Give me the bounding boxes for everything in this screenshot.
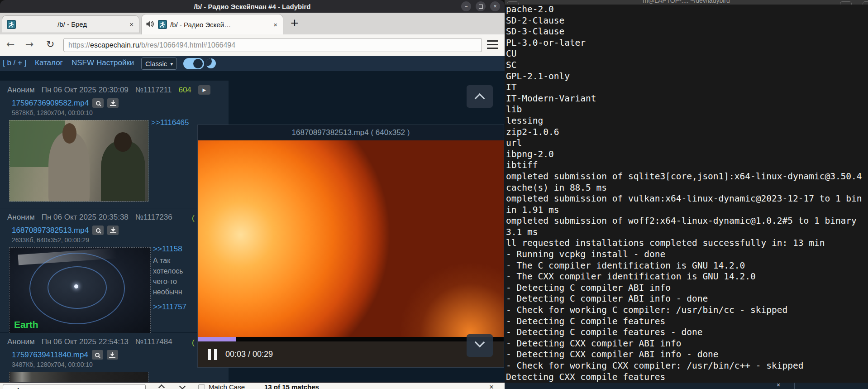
terminal-line: - Detecting C compile features [506,316,868,327]
terminal-line: zip2-1.0.6 [506,127,868,138]
play-thread-button[interactable]: ▶ [198,85,210,95]
tab-bred[interactable]: /b/ - Бред × [2,15,139,33]
terminal-line: - Detecting C compiler ABI info [506,283,868,294]
download-file-button[interactable] [107,226,119,235]
nav-link-settings[interactable]: Настройки [96,58,134,67]
terminal-close-icon[interactable]: × [777,381,780,389]
file-row: 16870897382513.mp4 [12,226,229,235]
search-file-button[interactable] [92,98,104,108]
terminal-line: SD-2-Clause [506,15,868,27]
terminal-line: ompleted submission of vulkan:x64-linux-… [506,193,868,205]
post-thumbnail[interactable] [9,120,148,202]
terminal-line: pache-2.0 [506,4,868,15]
tab-label: /b/ - Бред [16,20,129,28]
match-case-label[interactable]: Match Case [209,383,245,389]
scroll-down-button[interactable] [467,334,493,357]
board-breadcrumb[interactable]: [ b / + ] [3,58,26,67]
url-path: /b/res/1066494.html#1066494 [139,41,236,49]
nav-link-nsfw[interactable]: NSFW [72,58,94,67]
terminal-line: PL-3.0-or-later [506,38,868,49]
terminal-line: ompleted submission of sqlite3[core,json… [506,171,868,182]
maximize-icon [479,5,483,9]
file-link[interactable]: 16870897382513.mp4 [12,226,89,235]
download-file-button[interactable] [107,98,119,108]
terminal-line: lib [506,104,868,115]
file-link[interactable]: 17597639411840.mp4 [12,351,88,360]
quote-link[interactable]: >>111757 [153,303,186,312]
thumbnail-detail [101,141,145,202]
post-number[interactable]: №1117484 [135,337,172,346]
chevron-down-icon [475,337,485,348]
post-message: А так хотелось чего-то необычн [153,255,198,297]
terminal-line: ll requested installations completed suc… [506,238,868,249]
find-bar: Match Case 13 of 15 matches × [0,382,505,389]
video-progress-track[interactable] [198,337,504,341]
terminal-line: 3.1 ms [506,227,868,238]
terminal-title: m@LAPTOP-...: ~/dev/ladybird [505,0,868,4]
find-previous-icon[interactable] [158,384,165,389]
moon-icon[interactable] [206,58,216,68]
post-thumbnail[interactable]: Earth [9,247,151,333]
forward-icon[interactable]: → [25,38,33,50]
download-icon [110,227,116,233]
tab-label: /b/ - Радио Эскей… [170,21,269,29]
terminal-output[interactable]: pache-2.0SD-2-ClauseSD-3-ClausePL-3.0-or… [506,4,868,383]
video-player-title[interactable]: 16870897382513.mp4 ( 640x352 ) [198,125,504,140]
nav-link-catalog[interactable]: Каталог [35,58,63,67]
escapechain-favicon [7,20,16,29]
file-meta: 5878Кб, 1280x704, 00:00:10 [12,109,229,116]
post-date: Пн 06 Окт 2025 22:54:13 [42,337,129,346]
video-player-overlay: 16870897382513.mp4 ( 640x352 ) 00:03 / 0… [197,125,504,368]
video-frame[interactable] [198,140,504,337]
terminal-line: - Running vcpkg install - done [506,249,868,260]
terminal-line: - Check for working C compiler: /usr/bin… [506,305,868,316]
search-icon [96,228,100,233]
new-tab-button[interactable]: + [291,15,299,31]
find-input[interactable] [3,384,146,389]
post-thumbnail[interactable] [9,372,148,382]
post-number[interactable]: №1117236 [135,213,172,222]
url-host: escapechain.ru [90,41,139,49]
thumbnail-detail [74,284,78,288]
tab-close-icon[interactable]: × [272,21,278,29]
maximize-button[interactable] [476,1,486,11]
find-next-icon[interactable] [179,383,186,389]
file-link[interactable]: 17596736909582.mp4 [12,99,89,108]
play-icon: ▶ [202,87,206,92]
post-header: Аноним Пн 06 Окт 2025 20:35:38 №1117236 … [0,208,229,222]
terminal-line: IT [506,82,868,93]
search-file-button[interactable] [92,226,104,235]
url-input[interactable]: https://escapechain.ru/b/res/1066494.htm… [63,38,482,52]
menu-icon[interactable] [487,40,498,49]
tab-close-icon[interactable]: × [129,20,134,28]
find-close-icon[interactable]: × [489,383,494,389]
theme-toggle[interactable] [183,58,204,69]
pause-icon[interactable] [208,349,217,360]
minimize-button[interactable]: − [461,1,471,11]
terminal-line: SD-3-Clause [506,26,868,38]
reply-count[interactable]: 604 [178,86,191,95]
reply-count-paren: ( [192,214,195,223]
terminal-line: SC [506,60,868,71]
search-file-button[interactable] [92,350,103,360]
download-file-button[interactable] [107,350,118,360]
style-select[interactable]: Classic ▾ [141,58,177,70]
quote-link[interactable]: >>11158 [153,245,182,253]
match-case-checkbox[interactable] [198,384,205,389]
post-number[interactable]: №1117211 [135,86,172,95]
reload-icon[interactable]: ↻ [46,38,54,50]
download-icon [110,100,116,106]
post-author: Аноним [7,337,35,346]
tab-radio-active[interactable]: /b/ - Радио Эскей… × [141,14,283,34]
close-icon: × [493,3,496,10]
terminal-line: CU [506,48,868,60]
minimize-icon: − [464,3,467,10]
terminal-bottom-bar: × [505,383,868,389]
toggle-knob [193,59,203,68]
back-icon[interactable]: ← [6,38,14,50]
scroll-up-button[interactable] [467,85,493,108]
escapechain-favicon [158,20,167,29]
reply-backlink[interactable]: >>1116465 [151,118,189,127]
close-button[interactable]: × [490,1,500,11]
terminal-window: m@LAPTOP-...: ~/dev/ladybird pache-2.0SD… [505,0,868,389]
